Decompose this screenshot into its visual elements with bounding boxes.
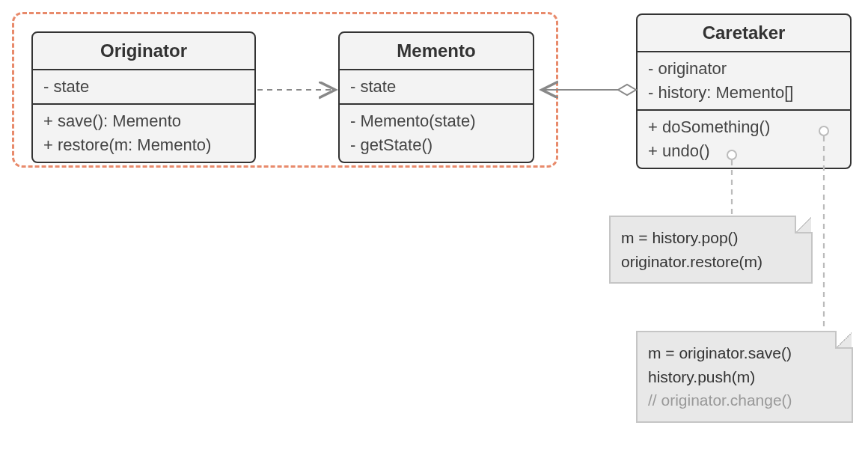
anchor-dot xyxy=(819,126,829,136)
aggregation-diamond-icon xyxy=(618,85,636,95)
method-line: - getState() xyxy=(350,133,522,157)
method-line: - Memento(state) xyxy=(350,109,522,133)
note-line: m = history.pop() xyxy=(621,226,801,250)
method-line: + save(): Memento xyxy=(43,109,244,133)
field-line: - state xyxy=(350,75,522,99)
note-line: m = originator.save() xyxy=(648,341,841,365)
class-methods: + doSomething() + undo() xyxy=(638,111,850,168)
class-caretaker: Caretaker - originator - history: Mement… xyxy=(636,13,852,169)
field-line: - history: Memento[] xyxy=(648,81,840,105)
note-line: history.push(m) xyxy=(648,365,841,389)
paper-fold-icon xyxy=(835,332,852,349)
method-line: + undo() xyxy=(648,139,840,163)
class-title: Originator xyxy=(33,33,254,70)
class-originator: Originator - state + save(): Memento + r… xyxy=(31,31,256,163)
note-line: originator.restore(m) xyxy=(621,250,801,274)
class-fields: - state xyxy=(340,70,533,105)
field-line: - state xyxy=(43,75,244,99)
class-memento: Memento - state - Memento(state) - getSt… xyxy=(338,31,534,163)
note-dosomething: m = originator.save() history.push(m) //… xyxy=(636,331,853,423)
field-line: - originator xyxy=(648,57,840,81)
note-undo: m = history.pop() originator.restore(m) xyxy=(609,216,813,284)
paper-fold-icon xyxy=(795,217,811,233)
anchor-dot xyxy=(727,150,737,160)
class-methods: - Memento(state) - getState() xyxy=(340,105,533,162)
note-comment: // originator.change() xyxy=(648,388,841,412)
class-title: Caretaker xyxy=(638,15,850,52)
class-methods: + save(): Memento + restore(m: Memento) xyxy=(33,105,254,162)
class-title: Memento xyxy=(340,33,533,70)
method-line: + restore(m: Memento) xyxy=(43,133,244,157)
class-fields: - originator - history: Memento[] xyxy=(638,52,850,111)
method-line: + doSomething() xyxy=(648,115,840,139)
class-fields: - state xyxy=(33,70,254,105)
